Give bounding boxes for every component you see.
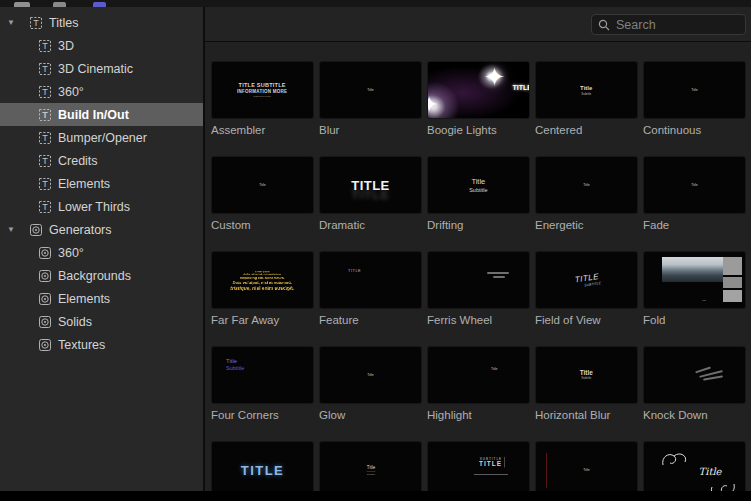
tile-label: Boogie Lights [427,124,530,136]
tile-label: Glow [319,409,422,421]
svg-text:T: T [42,64,48,74]
title-tile-horizontal-blur[interactable]: Title SubtitleHorizontal Blur [535,346,638,421]
titles-browser: TITLE SUBTITLE INFORMATION MORE DESCRIPT… [205,7,751,501]
sidebar-item-titles[interactable]: ▼ TTitles [0,11,203,34]
effects-icon[interactable] [53,2,66,7]
title-tile-centered[interactable]: Title SubtitleCentered [535,61,638,136]
tile-thumbnail[interactable]: Title [211,156,314,214]
sidebar-item-generators-solids[interactable]: Solids [0,310,203,333]
tile-thumbnail[interactable]: Title [319,346,422,404]
sidebar-item-generators[interactable]: ▼ Generators [0,218,203,241]
search-field[interactable] [591,14,746,35]
disclosure-triangle-icon[interactable]: ▼ [7,18,19,27]
title-tile-ferris-wheel[interactable]: Ferris Wheel [427,251,530,326]
title-tile-knock-down[interactable]: Knock Down [643,346,746,421]
title-tile-continuous[interactable]: TitleContinuous [643,61,746,136]
title-tile-field-of-view[interactable]: TITLE SUBTITLEField of View [535,251,638,326]
tile-label: Horizontal Blur [535,409,638,421]
sidebar-item-generators-backgrounds[interactable]: Backgrounds [0,264,203,287]
tile-thumbnail[interactable]: Title [427,346,530,404]
sidebar-item-titles-lower-thirds[interactable]: TLower Thirds [0,195,203,218]
titles-generators-icon[interactable] [93,2,106,7]
sparkle-icon: ✦ [484,64,506,90]
sidebar-item-titles-bumper-opener[interactable]: TBumper/Opener [0,126,203,149]
title-tile-boogie-lights[interactable]: ✦ ✦ TITLEBoogie Lights [427,61,530,136]
svg-text:T: T [42,156,48,166]
title-tile-custom[interactable]: TitleCustom [211,156,314,231]
titles-icon: T [37,199,52,214]
tile-thumbnail[interactable]: TITLE [319,251,422,309]
titles-icon: T [37,153,52,168]
sidebar-item-label: 3D Cinematic [58,62,133,76]
titles-icon: T [37,176,52,191]
sidebar-item-titles-360[interactable]: T360° [0,80,203,103]
svg-text:T: T [42,110,48,120]
title-tile-glow[interactable]: TitleGlow [319,346,422,421]
tile-label: Energetic [535,219,638,231]
tile-thumbnail[interactable]: Title Subtitle [535,61,638,119]
sidebar-item-label: Build In/Out [58,108,129,122]
tile-label: Highlight [427,409,530,421]
title-tile-fold[interactable]: ▪▪▪Fold [643,251,746,326]
tile-label: Dramatic [319,219,422,231]
sidebar-item-label: Solids [58,315,92,329]
tile-thumbnail[interactable]: Title Subtitle [427,156,530,214]
generators-icon [37,314,52,329]
tile-thumbnail[interactable]: ✦ ✦ TITLE [427,61,530,119]
sidebar-item-titles-3d[interactable]: T3D [0,34,203,57]
title-tile-blur[interactable]: TitleBlur [319,61,422,136]
sidebar-item-label: Backgrounds [58,269,131,283]
tile-thumbnail[interactable]: Title [643,156,746,214]
generators-icon [28,222,43,237]
tile-thumbnail[interactable]: Title [535,156,638,214]
tile-thumbnail[interactable]: TITLE SUBTITLE INFORMATION MORE DESCRIPT… [211,61,314,119]
window-bottom-edge [0,491,751,501]
title-tile-assembler[interactable]: TITLE SUBTITLE INFORMATION MORE DESCRIPT… [211,61,314,136]
sidebar-item-generators-textures[interactable]: Textures [0,333,203,356]
tile-thumbnail[interactable]: Title [319,61,422,119]
tile-thumbnail[interactable] [427,251,530,309]
sidebar-item-titles-3d-cinematic[interactable]: T3D Cinematic [0,57,203,80]
titles-icon: T [37,84,52,99]
svg-text:T: T [42,87,48,97]
tile-thumbnail[interactable]: Title Subtitle [211,346,314,404]
titles-icon: T [37,107,52,122]
sidebar-item-label: 360° [58,246,84,260]
search-input[interactable] [614,17,739,33]
photos-audio-icon[interactable] [14,2,30,7]
generators-icon [37,337,52,352]
generators-icon [37,291,52,306]
tile-thumbnail[interactable]: Lorem ipsumdolor sit amet, consectetuera… [211,251,314,309]
title-tile-drifting[interactable]: Title SubtitleDrifting [427,156,530,231]
title-tile-highlight[interactable]: TitleHighlight [427,346,530,421]
tile-thumbnail[interactable]: TITLE SUBTITLE [535,251,638,309]
tile-thumbnail[interactable]: Title Subtitle [535,346,638,404]
sidebar-item-generators-elements[interactable]: Elements [0,287,203,310]
sidebar-item-titles-elements[interactable]: TElements [0,172,203,195]
title-tile-energetic[interactable]: TitleEnergetic [535,156,638,231]
title-tile-fade[interactable]: TitleFade [643,156,746,231]
sidebar-list: ▼ TTitles T3D T3D Cinematic T360° TBuild… [0,7,203,356]
sidebar-item-label: Credits [58,154,98,168]
sidebar-item-titles-build-in-out[interactable]: TBuild In/Out [0,103,203,126]
svg-text:T: T [42,41,48,51]
disclosure-triangle-icon[interactable]: ▼ [7,225,19,234]
title-tile-feature[interactable]: TITLEFeature [319,251,422,326]
tile-thumbnail[interactable] [643,346,746,404]
sidebar-item-generators-360[interactable]: 360° [0,241,203,264]
tile-label: Blur [319,124,422,136]
tile-label: Fade [643,219,746,231]
tile-thumbnail[interactable]: TITLE [319,156,422,214]
title-tile-dramatic[interactable]: TITLEDramatic [319,156,422,231]
title-tile-far-far-away[interactable]: Lorem ipsumdolor sit amet, consectetuera… [211,251,314,326]
tile-label: Continuous [643,124,746,136]
sidebar-item-label: Elements [58,177,110,191]
tile-label: Centered [535,124,638,136]
sidebar-item-titles-credits[interactable]: TCredits [0,149,203,172]
title-tile-four-corners[interactable]: Title SubtitleFour Corners [211,346,314,421]
tile-thumbnail[interactable]: ▪▪▪ [643,251,746,309]
tile-label: Far Far Away [211,314,314,326]
tile-thumbnail[interactable]: Title [643,61,746,119]
generators-icon [37,268,52,283]
titles-generators-sidebar: ▼ TTitles T3D T3D Cinematic T360° TBuild… [0,7,203,501]
